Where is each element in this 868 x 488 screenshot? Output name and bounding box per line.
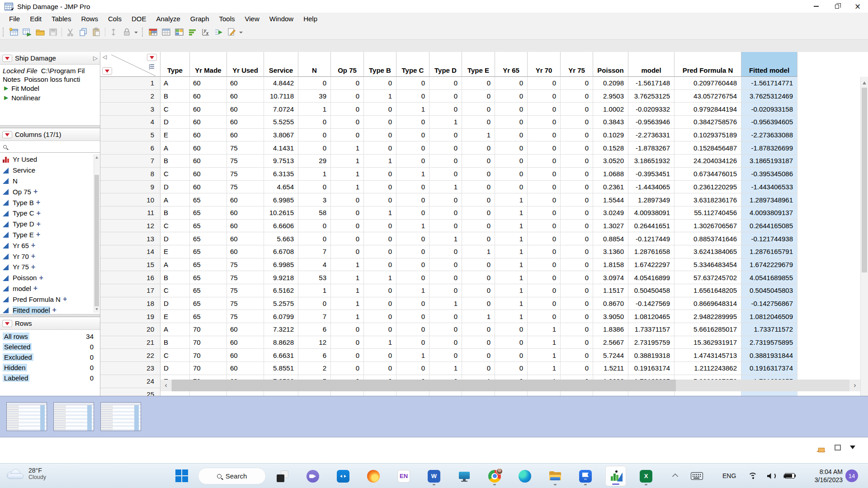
- cell[interactable]: 1.2876165791: [741, 245, 797, 258]
- cell[interactable]: 0: [528, 220, 561, 233]
- cell[interactable]: 0: [298, 77, 331, 90]
- cell[interactable]: 0: [561, 310, 593, 323]
- cell[interactable]: 0.26441651: [628, 220, 675, 233]
- rows-red-triangle-menu[interactable]: [2, 320, 12, 327]
- row-number[interactable]: 16: [100, 271, 160, 284]
- cell[interactable]: 0.2361: [593, 181, 628, 194]
- taskbar-file-explorer-icon[interactable]: [545, 466, 566, 486]
- cell[interactable]: 0: [561, 181, 593, 194]
- cell[interactable]: 0: [528, 90, 561, 103]
- cell[interactable]: 0: [331, 206, 364, 220]
- cell[interactable]: 0: [364, 245, 396, 258]
- cell[interactable]: 1.2897348961: [741, 193, 797, 206]
- taskbar-firefox-icon[interactable]: [363, 466, 384, 486]
- cell[interactable]: 0: [429, 129, 462, 142]
- cell[interactable]: 0: [298, 141, 331, 155]
- cell[interactable]: 1.73371157: [628, 323, 675, 336]
- cell[interactable]: 60: [190, 129, 227, 142]
- cell[interactable]: -0.142756867: [741, 297, 797, 310]
- cell[interactable]: 0: [364, 168, 396, 181]
- cell[interactable]: 0: [331, 77, 364, 90]
- column-item-op-75[interactable]: Op 75+: [0, 186, 100, 197]
- row-number[interactable]: 13: [100, 232, 160, 245]
- cell[interactable]: 0: [561, 193, 593, 206]
- cell[interactable]: 0.3881931844: [741, 349, 797, 362]
- cell[interactable]: 0: [429, 193, 462, 206]
- column-item-yr-65[interactable]: Yr 65+: [0, 240, 100, 251]
- cell[interactable]: 0: [396, 232, 429, 245]
- cell[interactable]: 1: [429, 116, 462, 129]
- cell[interactable]: 0: [495, 181, 528, 194]
- cell[interactable]: 60: [227, 220, 264, 233]
- cell[interactable]: 15.362931917: [675, 336, 741, 349]
- cell[interactable]: 1: [495, 220, 528, 233]
- cell[interactable]: 0: [396, 362, 429, 375]
- split-panes-icon[interactable]: [173, 26, 185, 38]
- collapse-panel-icon[interactable]: ◁: [103, 54, 107, 60]
- cell[interactable]: 0: [331, 103, 364, 116]
- cell[interactable]: 6: [298, 323, 331, 336]
- row-number[interactable]: 21: [100, 336, 160, 349]
- cell[interactable]: 1: [396, 349, 429, 362]
- cell[interactable]: 0: [429, 168, 462, 181]
- cell[interactable]: 1: [495, 258, 528, 272]
- cell[interactable]: 9.7513: [264, 155, 298, 168]
- cell[interactable]: 60: [190, 103, 227, 116]
- row-number[interactable]: 25: [100, 388, 160, 396]
- cell[interactable]: 1: [364, 155, 396, 168]
- cell[interactable]: 1: [495, 232, 528, 245]
- column-header-poisson[interactable]: Poisson: [593, 52, 628, 77]
- cell[interactable]: 3: [298, 193, 331, 206]
- cell[interactable]: 0: [429, 349, 462, 362]
- row-number[interactable]: 1: [100, 77, 160, 90]
- cell[interactable]: 0: [561, 141, 593, 155]
- cell[interactable]: 1: [331, 155, 364, 168]
- cell[interactable]: 12: [298, 336, 331, 349]
- cell[interactable]: 1: [396, 220, 429, 233]
- green-bars-icon[interactable]: [186, 26, 198, 38]
- cell[interactable]: 0: [396, 155, 429, 168]
- cell[interactable]: 1.3026706567: [675, 220, 741, 233]
- cell[interactable]: 7.0724: [264, 103, 298, 116]
- panel-splitter[interactable]: [0, 125, 100, 128]
- cell[interactable]: 1: [462, 245, 495, 258]
- cell[interactable]: 6.5162: [264, 284, 298, 297]
- cell[interactable]: A: [160, 141, 190, 155]
- cell[interactable]: D: [160, 232, 190, 245]
- cell[interactable]: 4.8442: [264, 77, 298, 90]
- cell[interactable]: 0: [429, 284, 462, 297]
- column-header-yr-70[interactable]: Yr 70: [528, 52, 561, 77]
- color-table-icon[interactable]: [147, 26, 159, 38]
- vertical-scrollbar[interactable]: [860, 77, 868, 396]
- cell[interactable]: 75: [227, 297, 264, 310]
- fit-yx-icon[interactable]: yx: [199, 26, 212, 38]
- cell[interactable]: 0: [495, 141, 528, 155]
- cell[interactable]: 0: [396, 245, 429, 258]
- columns-panel-header[interactable]: Columns (17/1): [0, 128, 100, 141]
- taskbar-clock[interactable]: 8:04 AM 3/16/2023: [799, 468, 843, 484]
- cell[interactable]: 1.3027: [593, 220, 628, 233]
- cell[interactable]: 0: [561, 258, 593, 272]
- columns-scroll-thumb[interactable]: [94, 175, 99, 306]
- cell[interactable]: 0: [396, 90, 429, 103]
- cell[interactable]: 1: [364, 206, 396, 220]
- cell[interactable]: 1: [528, 362, 561, 375]
- cell[interactable]: 0: [364, 310, 396, 323]
- column-item-yr-70[interactable]: Yr 70+: [0, 251, 100, 262]
- cell[interactable]: 3.0249: [593, 206, 628, 220]
- cell[interactable]: 5.8551: [264, 362, 298, 375]
- cell[interactable]: 0: [561, 245, 593, 258]
- cell[interactable]: 3.0520: [593, 155, 628, 168]
- cell[interactable]: -0.1217449: [628, 232, 675, 245]
- cell[interactable]: 0.2361220295: [675, 181, 741, 194]
- cell[interactable]: 43.057276754: [675, 90, 741, 103]
- cell[interactable]: 0: [495, 103, 528, 116]
- column-item-model[interactable]: model+: [0, 283, 100, 294]
- cell[interactable]: 0.9792844194: [675, 103, 741, 116]
- cell[interactable]: 0: [364, 116, 396, 129]
- cell[interactable]: 65: [190, 284, 227, 297]
- vertical-scroll-thumb[interactable]: [862, 88, 867, 272]
- menu-view[interactable]: View: [240, 14, 264, 23]
- cell[interactable]: 39: [298, 90, 331, 103]
- cell[interactable]: 0: [298, 220, 331, 233]
